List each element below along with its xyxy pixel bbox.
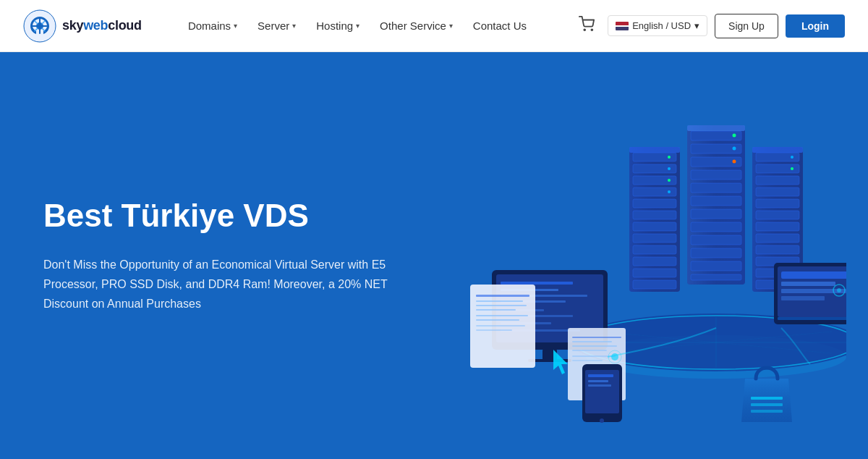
flag-icon [616,22,629,30]
svg-rect-83 [476,319,519,321]
svg-rect-106 [781,282,835,286]
cart-button[interactable] [573,12,600,40]
svg-rect-21 [633,245,676,254]
nav-links: Domains ▾ Server ▾ Hosting ▾ Other Servi… [179,14,535,38]
cart-icon [579,16,595,32]
svg-rect-96 [588,374,613,377]
svg-rect-42 [691,261,741,271]
svg-rect-107 [781,289,846,293]
svg-rect-85 [476,329,512,331]
svg-rect-20 [633,234,676,243]
nav-item-other-service[interactable]: Other Service ▾ [371,14,461,38]
lang-dropdown-arrow: ▾ [694,20,699,31]
svg-rect-89 [572,341,612,342]
hero-section: Best Türkiye VDS Don't Miss the Opportun… [0,52,868,459]
svg-rect-80 [476,305,527,306]
svg-rect-98 [588,384,611,387]
svg-rect-90 [572,345,617,347]
svg-point-26 [668,167,671,170]
svg-rect-102 [751,410,783,413]
nav-item-server[interactable]: Server ▾ [249,14,305,38]
login-button[interactable]: Login [786,14,845,38]
svg-rect-100 [751,397,783,400]
svg-rect-29 [629,147,680,153]
svg-rect-55 [756,211,799,219]
svg-rect-54 [756,199,799,208]
svg-rect-88 [572,337,621,338]
other-service-dropdown-arrow: ▾ [449,22,453,30]
language-label: English / USD [632,20,691,31]
svg-point-28 [668,190,671,193]
svg-rect-43 [691,274,741,280]
signup-button[interactable]: Sign Up [715,14,778,38]
svg-point-99 [600,418,604,423]
domains-dropdown-arrow: ▾ [234,22,237,30]
svg-marker-86 [553,350,568,374]
svg-point-112 [611,353,618,361]
hero-description: Don't Miss the Opportunity of an Economi… [43,255,420,314]
svg-rect-47 [687,125,745,131]
server-dropdown-arrow: ▾ [292,22,296,30]
svg-rect-57 [756,234,799,243]
svg-rect-23 [633,269,676,277]
svg-rect-93 [572,360,603,361]
hero-title: Best Türkiye VDS [43,198,420,235]
svg-point-45 [733,147,736,151]
svg-rect-40 [691,235,741,245]
svg-rect-91 [572,350,607,351]
hero-content: Best Türkiye VDS Don't Miss the Opportun… [43,198,420,313]
svg-point-44 [733,134,736,138]
svg-rect-105 [781,271,846,279]
svg-rect-41 [691,248,741,258]
svg-point-63 [791,167,793,170]
nav-right: English / USD ▾ Sign Up Login [573,12,845,40]
svg-rect-58 [756,245,799,254]
svg-point-62 [791,156,793,159]
svg-rect-97 [588,380,608,382]
svg-rect-22 [633,257,676,266]
svg-rect-101 [751,403,783,406]
svg-rect-84 [476,325,525,327]
svg-rect-78 [476,295,529,297]
svg-point-2 [584,29,585,30]
hosting-dropdown-arrow: ▾ [356,22,359,30]
svg-rect-108 [781,296,825,300]
nav-item-domains[interactable]: Domains ▾ [179,14,246,38]
svg-rect-109 [778,317,846,320]
svg-rect-18 [633,211,676,219]
svg-rect-53 [756,188,799,196]
svg-rect-56 [756,222,799,231]
logo-text: skywebcloud [62,18,142,33]
svg-rect-39 [691,222,741,232]
svg-point-3 [592,29,593,30]
nav-item-contact-us[interactable]: Contact Us [464,14,535,38]
svg-point-111 [837,288,841,292]
svg-rect-36 [691,183,741,193]
svg-rect-67 [501,282,573,285]
logo-icon [23,9,56,43]
svg-rect-81 [476,309,516,311]
svg-rect-19 [633,222,676,231]
svg-rect-24 [633,280,676,289]
hero-illustration [427,82,846,429]
svg-rect-52 [756,176,799,185]
svg-rect-64 [752,147,803,153]
svg-rect-35 [691,170,741,180]
svg-point-46 [733,160,736,164]
svg-rect-82 [476,315,528,316]
navbar: skywebcloud Domains ▾ Server ▾ Hosting ▾… [0,0,868,52]
svg-rect-37 [691,196,741,206]
logo[interactable]: skywebcloud [23,9,142,43]
language-selector[interactable]: English / USD ▾ [608,15,707,36]
svg-rect-38 [691,209,741,219]
svg-point-27 [668,179,671,182]
svg-rect-17 [633,199,676,208]
svg-point-25 [668,156,671,159]
svg-rect-79 [476,300,523,302]
nav-item-hosting[interactable]: Hosting ▾ [307,14,368,38]
